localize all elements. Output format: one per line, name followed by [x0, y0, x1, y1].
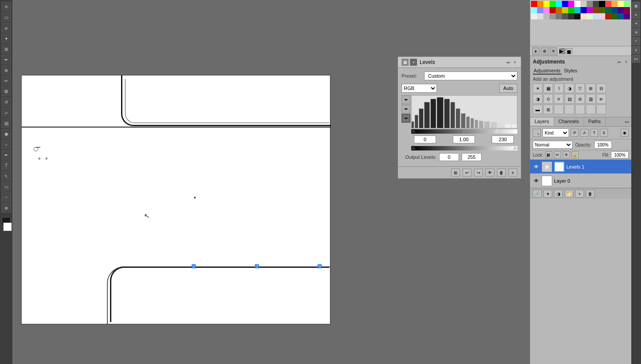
swatch[interactable]	[605, 1, 611, 7]
swatch[interactable]	[599, 1, 605, 7]
eyedropper-tool[interactable]: ✒	[1, 55, 11, 64]
swatch[interactable]	[580, 7, 587, 13]
selection-handle-2[interactable]	[255, 264, 259, 268]
link-layers-btn[interactable]: 🔗	[533, 190, 542, 198]
swatch[interactable]	[611, 1, 618, 7]
vibrance-btn[interactable]: ▽	[575, 83, 585, 93]
add-style-btn[interactable]: ✦	[543, 190, 552, 198]
highlight-handle[interactable]	[495, 128, 499, 133]
swatch[interactable]	[605, 7, 611, 13]
output-shadow-handle[interactable]	[411, 145, 416, 150]
right-icon-4[interactable]: ▶	[559, 48, 565, 54]
new-group-btn[interactable]: 📁	[565, 190, 573, 198]
tab-styles[interactable]: Styles	[563, 68, 578, 75]
swatch[interactable]	[611, 13, 618, 19]
path-select-tool[interactable]: ↖	[1, 171, 11, 181]
tab-channels[interactable]: Channels	[554, 117, 584, 126]
sample-btn-3[interactable]: ✒	[402, 114, 410, 123]
shadow-handle[interactable]	[411, 128, 416, 133]
swatch[interactable]	[531, 13, 537, 19]
swatch[interactable]	[568, 7, 574, 13]
swatch[interactable]	[618, 13, 624, 19]
bw-btn[interactable]: ◑	[533, 94, 542, 104]
right-icon-5[interactable]: ◼	[566, 48, 573, 54]
swatch[interactable]	[568, 1, 574, 7]
swatch[interactable]	[587, 13, 593, 19]
output-max-input[interactable]: 255	[462, 153, 482, 161]
swatch[interactable]	[587, 1, 593, 7]
swatch[interactable]	[580, 1, 587, 7]
swatch[interactable]	[574, 7, 580, 13]
eraser-tool[interactable]: ▱	[1, 108, 11, 117]
blend-mode-select[interactable]: Normal	[533, 141, 573, 149]
kind-select[interactable]: Kind	[542, 128, 569, 137]
curves-btn[interactable]: ⌇	[554, 83, 564, 93]
swatch[interactable]	[550, 13, 556, 19]
brightness-contrast-btn[interactable]: ☀	[533, 83, 542, 93]
right-icon-3[interactable]: ✕	[550, 47, 558, 55]
new-layer-btn[interactable]: +	[575, 190, 584, 198]
fill-input[interactable]: 100%	[611, 151, 629, 158]
strip-btn-7[interactable]: ku	[632, 55, 640, 63]
filter-pixel-btn[interactable]: P	[571, 129, 579, 137]
brush-tool[interactable]: ✏	[1, 76, 11, 86]
lock-position-btn[interactable]: ✛	[563, 151, 570, 158]
channel-select[interactable]: RGB Red Green Blue	[402, 84, 437, 93]
pen-tool[interactable]: ✒	[1, 150, 11, 160]
opacity-input[interactable]: 100%	[594, 141, 612, 149]
swatch[interactable]	[593, 7, 599, 13]
swatch[interactable]	[624, 13, 630, 19]
posterize-btn[interactable]: ▥	[586, 94, 595, 104]
right-icon-2[interactable]: ⊕	[541, 47, 549, 55]
threshold-btn[interactable]: ⊳	[596, 94, 606, 104]
swatch[interactable]	[562, 13, 568, 19]
levels-shadow-input[interactable]: 0	[414, 135, 436, 143]
swatch[interactable]	[580, 13, 587, 19]
marquee-tool[interactable]: ▭	[1, 12, 11, 22]
magic-wand-tool[interactable]: ✦	[1, 34, 11, 43]
swatch[interactable]	[543, 1, 550, 7]
redo-btn[interactable]: ↪	[474, 169, 483, 176]
heal-tool[interactable]: ⊕	[1, 65, 11, 75]
strip-btn-5[interactable]: T	[632, 37, 640, 45]
sample-btn-2[interactable]: ✒	[402, 105, 410, 113]
swatch[interactable]	[543, 7, 550, 13]
swatch[interactable]	[599, 7, 605, 13]
gradient-tool[interactable]: ▤	[1, 118, 11, 128]
background-color[interactable]	[3, 222, 12, 231]
exposure-btn[interactable]: ◑	[565, 83, 574, 93]
swatch[interactable]	[618, 1, 624, 7]
strip-btn-2[interactable]: ▸	[632, 11, 640, 19]
swatch[interactable]	[543, 13, 550, 19]
tab-layers[interactable]: Layers	[530, 117, 554, 126]
adj-close-btn[interactable]: ✕	[623, 59, 629, 64]
swatch[interactable]	[562, 1, 568, 7]
swatch[interactable]	[556, 7, 562, 13]
swatch[interactable]	[624, 7, 630, 13]
lasso-tool[interactable]: ⌀	[1, 23, 11, 33]
filter-type-btn[interactable]: T	[590, 129, 598, 137]
close-panel-btn[interactable]: ✕	[512, 60, 517, 65]
history-tool[interactable]: ↺	[1, 97, 11, 107]
swatch[interactable]	[537, 7, 543, 13]
swatch[interactable]	[531, 7, 537, 13]
swatch[interactable]	[618, 7, 624, 13]
lock-pixels-btn[interactable]: ✏	[554, 151, 561, 158]
invert-btn[interactable]: ⊘	[575, 94, 585, 104]
shape-tool[interactable]: ▭	[1, 182, 11, 191]
swatch[interactable]	[599, 13, 605, 19]
swatch[interactable]	[556, 13, 562, 19]
color-lookup-btn[interactable]: ▤	[565, 94, 574, 104]
swatch[interactable]	[531, 1, 537, 7]
swatch[interactable]	[556, 1, 562, 7]
panel-menu-btn[interactable]: ≡	[508, 169, 517, 176]
layer-visibility-levels1[interactable]: 👁	[533, 163, 540, 170]
selective-color-btn[interactable]: ⊞	[543, 105, 553, 114]
clip-to-layer-btn[interactable]: ⊞	[451, 169, 460, 176]
lock-transparent-btn[interactable]: ▦	[545, 151, 552, 158]
output-highlight-handle[interactable]	[513, 145, 517, 150]
gradient-map-btn[interactable]: ▬	[533, 105, 542, 114]
swatch[interactable]	[624, 1, 630, 7]
right-icon-1[interactable]: ▸	[532, 47, 540, 55]
output-min-input[interactable]: 0	[439, 153, 459, 161]
